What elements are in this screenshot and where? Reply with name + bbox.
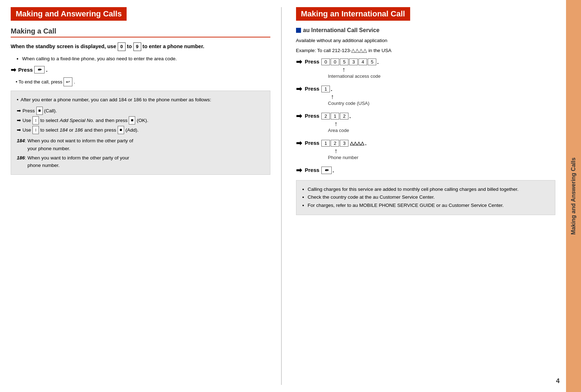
blue-square-icon bbox=[296, 28, 301, 33]
key-s2-0: 1 bbox=[321, 86, 330, 92]
bullet-item-1: When calling to a fixed-line phone, you … bbox=[22, 55, 270, 62]
triangle-icon: △△△△ bbox=[350, 141, 364, 146]
key-s4-2: 3 bbox=[340, 140, 348, 147]
intl-step-3: ➡ Press 2 1 2 . ↑ Area code bbox=[296, 112, 556, 133]
step1-keys: 0 0 5 3 4 5 . bbox=[321, 58, 378, 65]
arrow-press-step: ➡ Press ✏ . bbox=[11, 66, 270, 74]
key-s4-1: 2 bbox=[331, 140, 339, 147]
left-page-title: Making and Answering Calls bbox=[11, 7, 270, 27]
key-s1-4: 4 bbox=[358, 58, 367, 65]
intl-step-4: ➡ Press 1 2 3 △△△△ . ↑ Phone number bbox=[296, 139, 556, 160]
intl-step-2: ➡ Press 1 . ↑ Country code (USA) bbox=[296, 85, 556, 106]
step3-keys: 2 1 2 . bbox=[321, 113, 351, 119]
key-s3-1: 1 bbox=[331, 113, 339, 119]
intl-step-5: ➡ Press ✏ . bbox=[296, 166, 556, 174]
note-186: 186: When you want to inform the other p… bbox=[17, 154, 264, 169]
ok-key: ■ bbox=[129, 116, 135, 124]
key-s1-3: 3 bbox=[349, 58, 358, 65]
left-section-title: Making a Call bbox=[11, 27, 270, 37]
step1-arrow: ➡ bbox=[296, 57, 302, 66]
add-key: ■ bbox=[118, 126, 124, 134]
gray-box-right: Calling charges for this service are add… bbox=[296, 180, 556, 215]
call-button-key: ■ bbox=[36, 107, 43, 115]
note-184: 184: When you do not want to inform the … bbox=[17, 137, 264, 152]
step3-annotation: Area code bbox=[328, 128, 349, 133]
sidebar-tab: Making and Answering Calls bbox=[566, 0, 581, 392]
key-0: 0 bbox=[118, 42, 126, 51]
end-key: ↩ bbox=[63, 77, 72, 87]
step5-arrow: ➡ bbox=[296, 166, 302, 174]
right-bullet-2: Check the country code at the au Custome… bbox=[308, 193, 550, 202]
step1-annotation: International access code bbox=[328, 73, 381, 79]
key-s4-0: 1 bbox=[321, 140, 330, 147]
step2-arrow: ➡ bbox=[296, 85, 302, 93]
right-page-title: Making an International Call bbox=[296, 7, 556, 27]
key-s1-0: 0 bbox=[321, 58, 330, 65]
step4-arrow: ➡ bbox=[296, 139, 302, 147]
key-s3-2: 2 bbox=[340, 113, 348, 119]
step4-keys: 1 2 3 △△△△ . bbox=[321, 140, 366, 147]
nav-key-2: ↕ bbox=[32, 126, 39, 134]
right-bullet-1: Calling charges for this service are add… bbox=[308, 185, 550, 194]
right-intro-1: Available without any additional applica… bbox=[296, 37, 556, 44]
key-s1-5: 5 bbox=[368, 58, 376, 65]
right-subsection-title: au International Call Service bbox=[296, 27, 556, 34]
key-s3-0: 2 bbox=[321, 113, 330, 119]
step5-call-key: ✏ bbox=[321, 167, 332, 174]
step2-annotation: Country code (USA) bbox=[328, 101, 370, 106]
bullet-list: When calling to a fixed-line phone, you … bbox=[16, 55, 270, 62]
intro-text: When the standby screen is displayed, us… bbox=[11, 42, 270, 51]
right-intro-2: Example: To call 212-123-△△△△ in the USA bbox=[296, 47, 556, 54]
gray-step-3: ➡ Use ↕ to select 184 or 186 and then pr… bbox=[17, 126, 264, 134]
step4-annotation: Phone number bbox=[328, 155, 358, 160]
end-call-note: • To end the call, press ↩ . bbox=[16, 77, 270, 87]
gray-box-info: • After you enter a phone number, you ca… bbox=[11, 91, 270, 175]
press-line: Press ✏ . bbox=[18, 66, 47, 73]
gray-step-1: ➡ Press ■ (Call). bbox=[17, 107, 264, 115]
call-key: ✏ bbox=[34, 66, 45, 73]
gray-step-2: ➡ Use ↕ to select Add Special No. and th… bbox=[17, 116, 264, 124]
step3-arrow: ➡ bbox=[296, 112, 302, 120]
intl-step-1: ➡ Press 0 0 5 3 4 5 . ↑ International ac… bbox=[296, 57, 556, 79]
arrow-icon: ➡ bbox=[11, 66, 16, 74]
key-s1-1: 0 bbox=[331, 58, 339, 65]
nav-key-1: ↕ bbox=[32, 116, 39, 124]
key-s1-2: 5 bbox=[340, 58, 348, 65]
step2-keys: 1 . bbox=[321, 86, 332, 92]
step5-keys: ✏ . bbox=[321, 167, 334, 174]
right-bullet-3: For charges, refer to au MOBILE PHONE SE… bbox=[308, 202, 550, 210]
page-number: 4 bbox=[556, 377, 560, 385]
key-9: 9 bbox=[133, 42, 141, 51]
